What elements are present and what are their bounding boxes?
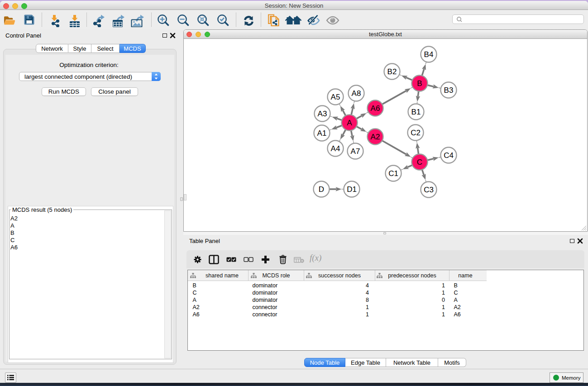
svg-text:A: A <box>347 119 352 127</box>
svg-text:B3: B3 <box>444 86 454 95</box>
svg-text:A2: A2 <box>371 133 380 141</box>
svg-text:A5: A5 <box>331 93 340 101</box>
svg-text:B4: B4 <box>424 50 434 59</box>
svg-text:B2: B2 <box>387 67 397 76</box>
svg-text:C4: C4 <box>444 151 454 160</box>
svg-text:A7: A7 <box>351 147 360 156</box>
svg-text:C1: C1 <box>388 169 398 178</box>
svg-text:A3: A3 <box>318 110 327 118</box>
svg-text:C3: C3 <box>424 186 434 194</box>
svg-text:B: B <box>417 79 422 88</box>
svg-text:B1: B1 <box>411 108 421 116</box>
svg-text:A6: A6 <box>371 104 380 113</box>
svg-text:C2: C2 <box>411 129 421 137</box>
svg-text:A1: A1 <box>317 129 327 138</box>
svg-text:A4: A4 <box>331 144 340 153</box>
svg-text:C: C <box>417 158 422 167</box>
svg-text:A8: A8 <box>352 89 361 98</box>
svg-text:D1: D1 <box>347 185 357 194</box>
svg-text:D: D <box>319 185 324 194</box>
